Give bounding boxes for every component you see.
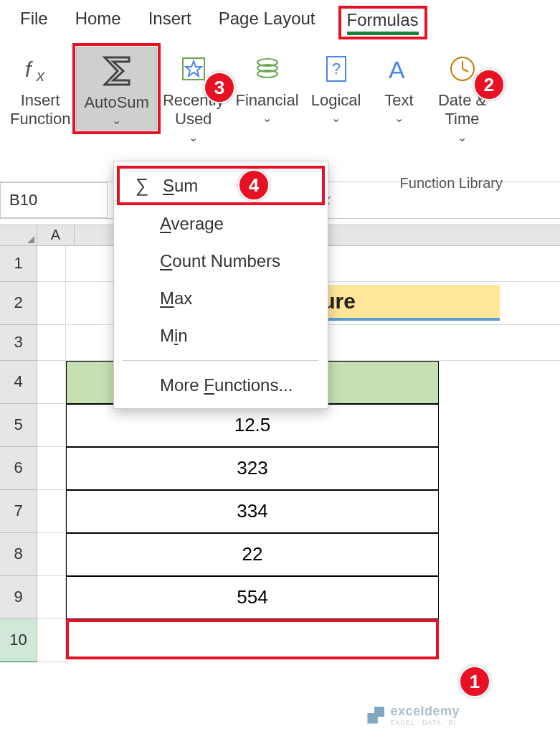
name-box[interactable]: [0, 182, 108, 218]
sigma-icon: ∑: [131, 174, 153, 197]
logical-button[interactable]: ? Logical ⌄: [305, 47, 368, 125]
menu-item-count[interactable]: Count Numbers: [114, 243, 328, 280]
callout-1: 1: [459, 666, 490, 697]
cell[interactable]: 554: [66, 576, 439, 619]
row-header[interactable]: 2: [0, 282, 37, 325]
cell[interactable]: [37, 447, 66, 490]
ribbon-group-label: Function Library: [400, 175, 503, 192]
text-label: Text: [384, 91, 413, 110]
cell[interactable]: 323: [66, 447, 439, 490]
chevron-down-icon: ⌄: [457, 131, 467, 144]
callout-2: 2: [473, 69, 505, 100]
cell[interactable]: 334: [66, 490, 439, 533]
autosum-button[interactable]: AutoSum ⌄: [76, 47, 157, 131]
cell[interactable]: [37, 361, 66, 404]
financial-label: Financial: [235, 91, 298, 110]
tab-page-layout[interactable]: Page Layout: [219, 9, 315, 37]
menu-item-label: SSumum: [163, 176, 198, 196]
watermark-brand: exceldemy: [390, 704, 460, 718]
svg-text:?: ?: [332, 60, 341, 77]
cell[interactable]: [37, 619, 66, 662]
menu-separator: [123, 360, 319, 361]
row-header[interactable]: 6: [0, 447, 37, 490]
autosum-dropdown: ∑ SSumum Average Count Numbers Max Min M…: [113, 161, 328, 409]
chevron-down-icon: ⌄: [331, 111, 341, 125]
cell[interactable]: [37, 576, 66, 619]
sigma-icon: [99, 52, 135, 90]
question-icon: ?: [320, 50, 353, 88]
row-header[interactable]: 5: [0, 404, 37, 447]
row-header[interactable]: 10: [0, 619, 37, 662]
callout-4: 4: [238, 169, 270, 201]
cell-b10-selected[interactable]: [66, 619, 439, 659]
menu-item-label: Count Numbers: [160, 251, 280, 271]
menu-item-label: Min: [160, 326, 188, 346]
tab-formulas-label: Formulas: [347, 10, 419, 35]
row-header[interactable]: 8: [0, 533, 37, 576]
menu-item-sum[interactable]: ∑ SSumum: [117, 166, 325, 205]
tab-formulas[interactable]: Formulas: [343, 9, 423, 37]
tab-home[interactable]: Home: [75, 9, 121, 37]
menu-item-label: Max: [160, 288, 192, 309]
row-header[interactable]: 7: [0, 490, 37, 533]
cell[interactable]: 22: [66, 533, 439, 576]
cell[interactable]: [37, 282, 66, 325]
svg-text:A: A: [389, 56, 405, 83]
row-header[interactable]: 3: [0, 325, 37, 361]
chevron-down-icon: ⌄: [189, 131, 198, 144]
menu-item-more-functions[interactable]: More Functions...: [114, 367, 328, 404]
autosum-label: AutoSum: [84, 93, 149, 112]
watermark-tag: EXCEL · DATA · BI: [390, 719, 460, 726]
insert-function-button[interactable]: fx Insert Function: [4, 47, 76, 129]
financial-button[interactable]: Financial ⌄: [229, 47, 304, 125]
text-button[interactable]: A Text ⌄: [368, 47, 431, 125]
ribbon-tabs: File Home Insert Page Layout Formulas: [0, 0, 560, 42]
cell[interactable]: [37, 533, 66, 576]
menu-item-max[interactable]: Max: [114, 280, 328, 317]
row-header[interactable]: 9: [0, 576, 37, 619]
cell[interactable]: [37, 404, 66, 447]
menu-item-min[interactable]: Min: [114, 317, 328, 354]
insert-function-label: Insert Function: [10, 91, 70, 129]
letter-a-icon: A: [383, 50, 416, 88]
row-header[interactable]: 4: [0, 361, 37, 404]
cell[interactable]: [37, 246, 66, 282]
cell[interactable]: 12.5: [66, 404, 439, 447]
select-all-triangle[interactable]: [0, 225, 37, 245]
menu-item-label: Average: [160, 214, 224, 234]
chevron-down-icon: ⌄: [394, 111, 404, 125]
tab-insert[interactable]: Insert: [148, 9, 191, 37]
chevron-down-icon: ⌄: [112, 113, 121, 127]
menu-item-average[interactable]: Average: [114, 205, 328, 243]
svg-text:x: x: [36, 67, 45, 85]
col-header-a[interactable]: A: [37, 225, 75, 245]
svg-text:f: f: [25, 57, 33, 81]
watermark: exceldemy EXCEL · DATA · BI: [367, 704, 460, 726]
cell[interactable]: [37, 490, 66, 533]
row-header[interactable]: 1: [0, 246, 37, 282]
fx-icon: fx: [24, 50, 57, 88]
logical-label: Logical: [311, 91, 361, 110]
callout-3: 3: [204, 72, 235, 103]
tab-file[interactable]: File: [20, 9, 48, 37]
chevron-down-icon: ⌄: [262, 111, 272, 125]
cell[interactable]: [37, 325, 66, 361]
menu-item-label: More Functions...: [160, 375, 293, 395]
coins-icon: [251, 50, 284, 88]
logo-icon: [367, 707, 384, 724]
